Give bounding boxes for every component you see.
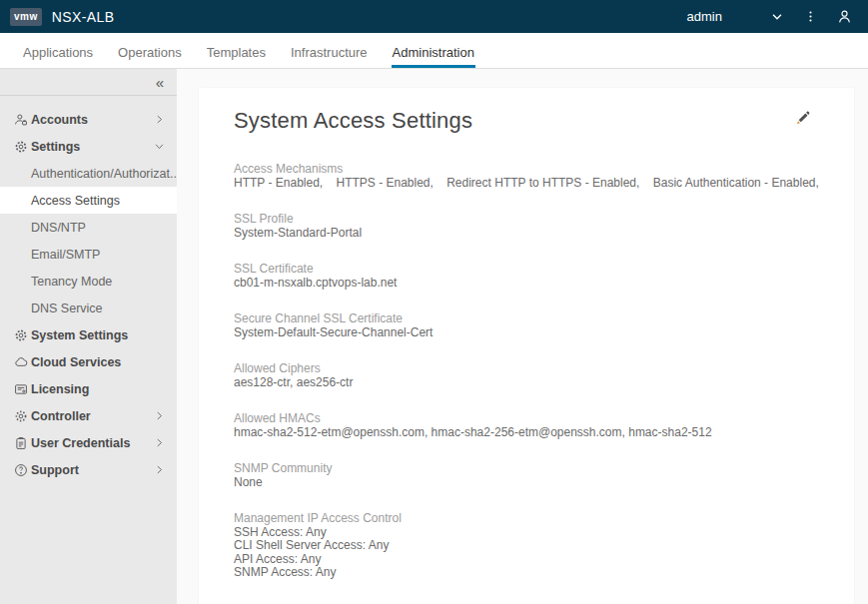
field-management-ip-access-control: Management IP Access Control SSH Access:…	[234, 512, 819, 580]
chevron-right-icon	[154, 114, 165, 125]
tab-administration[interactable]: Administration	[392, 33, 475, 68]
app-title: NSX-ALB	[52, 9, 115, 25]
collapse-chevrons-icon: «	[156, 74, 164, 91]
sidebar-label-system-settings: System Settings	[31, 328, 165, 342]
sidebar-label-support: Support	[31, 463, 154, 477]
field-label: SSL Profile	[234, 213, 819, 227]
sidebar-item-system-settings[interactable]: System Settings	[0, 321, 177, 348]
field-ssl-certificate: SSL Certificate cb01-m-nsxalb.cptvops-la…	[234, 263, 819, 290]
user-profile-icon[interactable]	[837, 9, 852, 24]
sidebar-item-email-smtp[interactable]: Email/SMTP	[0, 241, 177, 268]
sidebar-item-licensing[interactable]: Licensing	[0, 375, 177, 402]
sidebar-label-cloud-services: Cloud Services	[31, 355, 165, 369]
user-menu-chevron-down-icon[interactable]	[770, 10, 784, 24]
chevron-right-icon	[154, 437, 165, 448]
sidebar-item-controller[interactable]: Controller	[0, 402, 177, 429]
field-secure-channel-ssl-certificate: Secure Channel SSL Certificate System-De…	[234, 312, 819, 339]
sidebar-item-cloud-services[interactable]: Cloud Services	[0, 348, 177, 375]
edit-pencil-icon[interactable]	[794, 110, 811, 127]
kebab-menu-icon[interactable]	[804, 10, 817, 23]
field-label: Allowed Ciphers	[234, 362, 819, 376]
field-label: Access Mechanisms	[234, 163, 819, 177]
field-value: SSH Access: Any CLI Shell Server Access:…	[234, 526, 819, 580]
field-label: SNMP Community	[234, 462, 819, 476]
license-card-icon	[14, 382, 28, 396]
content-area: System Access Settings Access Mechanisms…	[177, 69, 868, 604]
sidebar-item-user-credentials[interactable]: User Credentials	[0, 429, 177, 456]
field-value: cb01-m-nsxalb.cptvops-lab.net	[234, 277, 819, 291]
sidebar-item-dns-ntp[interactable]: DNS/NTP	[0, 214, 177, 241]
field-value: None	[234, 476, 819, 490]
field-value: hmac-sha2-512-etm@openssh.com, hmac-sha2…	[234, 426, 819, 440]
sidebar-label-user-credentials: User Credentials	[31, 436, 154, 450]
field-label: Allowed HMACs	[234, 412, 819, 426]
tab-templates[interactable]: Templates	[206, 33, 267, 68]
sidebar-item-tenancy-mode[interactable]: Tenancy Mode	[0, 268, 177, 295]
field-value: System-Standard-Portal	[234, 227, 819, 241]
field-access-mechanisms: Access Mechanisms HTTP - Enabled, HTTPS …	[234, 163, 819, 190]
chevron-right-icon	[154, 464, 165, 475]
top-header: vmw NSX-ALB admin	[0, 0, 868, 33]
sidebar-collapse-button[interactable]: «	[0, 69, 177, 96]
sidebar-item-dns-service[interactable]: DNS Service	[0, 295, 177, 321]
sidebar-label-controller: Controller	[31, 409, 154, 423]
sidebar-item-accounts[interactable]: Accounts	[0, 106, 177, 133]
tab-applications[interactable]: Applications	[22, 33, 94, 68]
field-value: aes128-ctr, aes256-ctr	[234, 376, 819, 390]
vmware-logo: vmw	[10, 8, 42, 26]
clipboard-icon	[14, 436, 28, 450]
system-settings-gear-icon	[14, 328, 28, 342]
sidebar-item-authentication-authorization[interactable]: Authentication/Authorizat...	[0, 160, 177, 187]
chevron-down-icon	[154, 141, 165, 152]
field-value: System-Default-Secure-Channel-Cert	[234, 326, 819, 340]
help-circle-icon	[14, 463, 28, 477]
sidebar-item-access-settings[interactable]: Access Settings	[0, 187, 177, 214]
field-snmp-community: SNMP Community None	[234, 462, 819, 489]
field-label: SSL Certificate	[234, 263, 819, 277]
sidebar-label-licensing: Licensing	[31, 382, 165, 396]
field-ssl-profile: SSL Profile System-Standard-Portal	[234, 213, 819, 240]
settings-gear-icon	[14, 140, 28, 154]
current-user-label: admin	[687, 9, 722, 24]
page-title: System Access Settings	[234, 108, 472, 134]
sidebar-label-settings: Settings	[31, 140, 154, 154]
main-nav-tabs: Applications Operations Templates Infras…	[0, 33, 868, 69]
sidebar-label-accounts: Accounts	[31, 113, 154, 127]
field-label: Secure Channel SSL Certificate	[234, 312, 819, 326]
field-label: Management IP Access Control	[234, 512, 819, 526]
accounts-person-icon	[14, 113, 28, 127]
sidebar-item-support[interactable]: Support	[0, 456, 177, 483]
controller-gear-icon	[14, 409, 28, 423]
field-allowed-ciphers: Allowed Ciphers aes128-ctr, aes256-ctr	[234, 362, 819, 389]
field-allowed-hmacs: Allowed HMACs hmac-sha2-512-etm@openssh.…	[234, 412, 819, 439]
cloud-icon	[14, 355, 28, 369]
admin-sidebar: « Accounts Settings Au	[0, 69, 177, 604]
system-access-settings-card: System Access Settings Access Mechanisms…	[199, 88, 854, 604]
sidebar-item-settings[interactable]: Settings	[0, 133, 177, 160]
chevron-right-icon	[154, 410, 165, 421]
tab-infrastructure[interactable]: Infrastructure	[290, 33, 369, 68]
tab-operations[interactable]: Operations	[117, 33, 183, 68]
field-value: HTTP - Enabled, HTTPS - Enabled, Redirec…	[234, 177, 819, 191]
